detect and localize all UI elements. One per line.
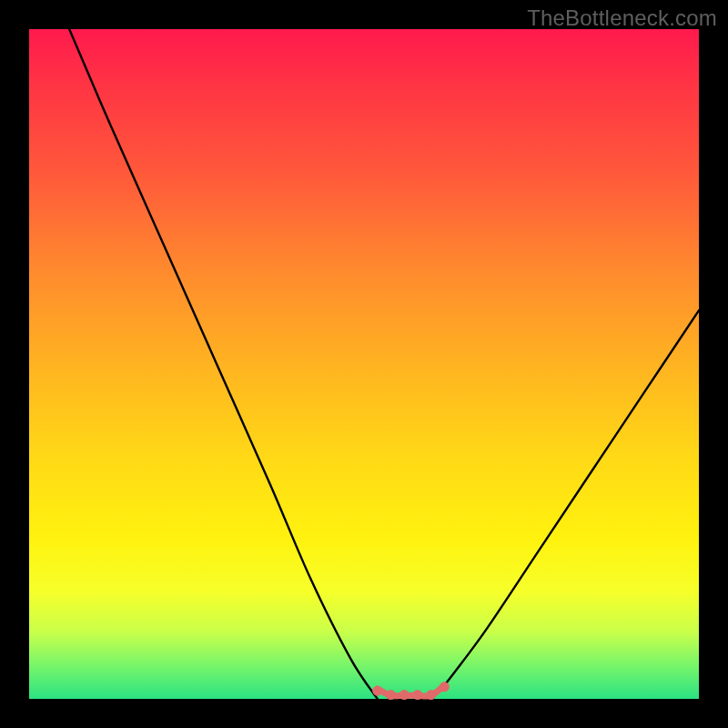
floor-marker-dot — [426, 690, 436, 700]
series-right-ascending-curve — [444, 310, 699, 685]
chart-frame: TheBottleneck.com — [0, 0, 728, 728]
floor-marker-dot — [399, 690, 410, 700]
floor-marker-dot — [372, 686, 382, 696]
floor-marker-dot — [412, 690, 422, 700]
floor-marker-dot — [386, 690, 396, 700]
series-left-descending-curve — [69, 29, 378, 699]
floor-marker-dot — [440, 682, 450, 692]
curve-svg — [29, 29, 699, 699]
plot-area — [29, 29, 699, 699]
watermark-text: TheBottleneck.com — [527, 5, 717, 31]
